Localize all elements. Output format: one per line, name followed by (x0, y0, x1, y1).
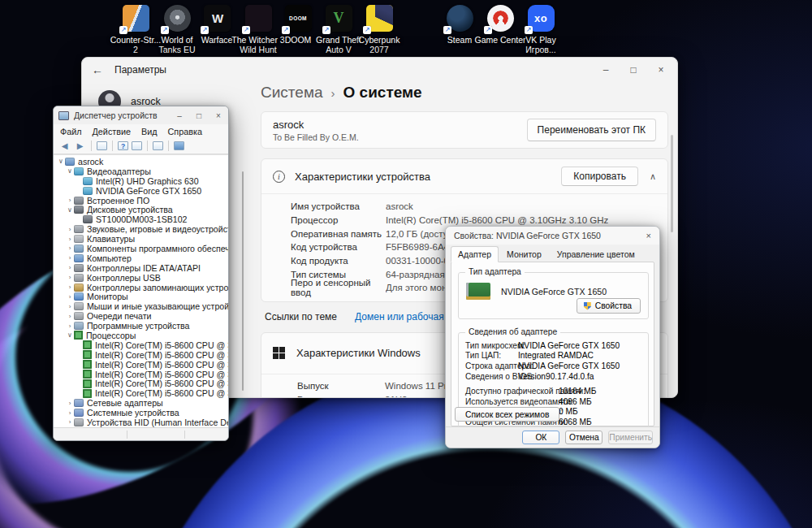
tree-item[interactable]: ›Встроенное ПО (54, 196, 228, 206)
toolbar-back-icon[interactable]: ◀ (58, 141, 71, 152)
info-label: Тип микросхем: (465, 341, 525, 350)
tree-collapsed-icon[interactable]: › (66, 313, 74, 320)
tree-item[interactable]: ∨Процессоры (54, 331, 228, 340)
display-device-icon (74, 167, 84, 175)
toolbar-list-icon[interactable] (97, 141, 107, 150)
tree-item[interactable]: ∨asrock (54, 157, 228, 167)
close-icon[interactable]: × (654, 64, 667, 76)
list-all-modes-button[interactable]: Список всех режимов (455, 407, 559, 422)
adapter-info-row: Используется видеопамяти:4096 МБ (459, 396, 648, 407)
tree-item-label: Контроллеры IDE ATA/ATAPI (87, 263, 201, 273)
audio-device-icon (74, 225, 84, 233)
tree-item[interactable]: ›Устройства HID (Human Interface Devices… (54, 418, 228, 427)
tree-collapsed-icon[interactable]: › (66, 409, 74, 417)
tree-item[interactable]: Intel(R) UHD Graphics 630 (54, 176, 228, 186)
tree-item-label: Мониторы (87, 292, 128, 301)
tree-item[interactable]: ›Клавиатуры (54, 234, 228, 244)
toolbar-forward-icon[interactable]: ▶ (74, 141, 86, 152)
tree-item[interactable]: ›Системные устройства (54, 408, 228, 418)
tree-item-label: Клавиатуры (87, 234, 135, 244)
nav-scrollbar[interactable] (242, 171, 244, 391)
tab-1[interactable]: Монитор (499, 246, 549, 262)
menu-2[interactable]: Вид (141, 127, 158, 136)
info-value: NVIDIA GeForce GTX 1650 (518, 341, 620, 350)
vkplay-glyph: xo (534, 12, 547, 24)
close-icon[interactable]: × (646, 231, 651, 240)
shortcut-arrow-icon: ↗ (322, 26, 330, 34)
tree-item[interactable]: Intel(R) Core(TM) i5-8600 CPU @ 3.10GHz (54, 350, 228, 360)
tree-collapsed-icon[interactable]: › (66, 197, 74, 204)
tree-expanded-icon[interactable]: ∨ (66, 331, 74, 339)
content-scrollbar[interactable] (671, 135, 673, 232)
minimize-icon[interactable]: – (175, 111, 184, 120)
apply-button[interactable]: Применить (608, 431, 653, 444)
tree-collapsed-icon[interactable]: › (66, 322, 74, 330)
desktop-icon-cyberpunk[interactable]: ↗Cyberpunk2077 (359, 5, 400, 55)
toolbar-help-icon[interactable] (118, 141, 128, 150)
close-icon[interactable]: × (214, 111, 223, 120)
tree-collapsed-icon[interactable]: › (66, 245, 74, 252)
desktop-icon-vkplay[interactable]: xo↗VK PlayИгров... (520, 5, 561, 55)
tree-item[interactable]: Intel(R) Core(TM) i5-8600 CPU @ 3.10GHz (54, 379, 228, 388)
menu-0[interactable]: Файл (60, 127, 82, 136)
desktop-icon-wot[interactable]: ↗World ofTanks EU (157, 5, 197, 55)
tree-item-label: Процессоры (86, 331, 136, 340)
tree-collapsed-icon[interactable]: › (66, 236, 74, 243)
tree-item[interactable]: ∨Дисковые устройства (54, 205, 228, 214)
tab-0[interactable]: Адаптер (451, 246, 499, 262)
tree-collapsed-icon[interactable]: › (66, 264, 74, 271)
adapter-tab-panel: Тип адаптера NVIDIA GeForce GTX 1650 Сво… (451, 262, 654, 426)
chevron-up-icon[interactable]: ∧ (650, 171, 656, 182)
ok-button[interactable]: ОК (522, 431, 559, 444)
tree-item[interactable]: ›Контроллеры IDE ATA/ATAPI (54, 263, 228, 273)
tree-item[interactable]: ›Очереди печати (54, 311, 228, 321)
menu-3[interactable]: Справка (168, 127, 202, 136)
cpu-device-icon (83, 350, 92, 359)
tree-item[interactable]: ∨Видеоадаптеры (54, 167, 228, 176)
toolbar-properties-icon[interactable] (132, 141, 142, 150)
tree-item[interactable]: ›Компьютер (54, 253, 228, 263)
tree-item[interactable]: Intel(R) Core(TM) i5-8600 CPU @ 3.10GHz (54, 388, 228, 398)
tree-collapsed-icon[interactable]: › (66, 303, 74, 310)
tree-item[interactable]: ›Сетевые адаптеры (54, 398, 228, 408)
tree-item[interactable]: ›Мыши и иные указывающие устройства (54, 301, 228, 311)
tab-2[interactable]: Управление цветом (550, 246, 642, 262)
tree-item[interactable]: ST1000DM003-1SB102 (54, 214, 228, 224)
menu-1[interactable]: Действие (93, 127, 131, 136)
desktop-icon-witcher3[interactable]: ↗The Witcher 3Wild Hunt (238, 5, 279, 55)
tree-item[interactable]: ›Звуковые, игровые и видеоустройства (54, 224, 228, 234)
maximize-icon[interactable]: □ (627, 64, 640, 76)
tree-item[interactable]: ›Компоненты программного обеспечения (54, 244, 228, 253)
maximize-icon[interactable]: □ (194, 111, 204, 120)
minimize-icon[interactable]: – (599, 64, 612, 76)
breadcrumb-system[interactable]: Система (261, 84, 323, 102)
tree-collapsed-icon[interactable]: › (66, 254, 74, 262)
toolbar-scan-icon[interactable] (153, 141, 163, 150)
software-device-icon (74, 245, 84, 253)
back-arrow-icon[interactable]: ← (92, 63, 114, 76)
tree-item[interactable]: NVIDIA GeForce GTX 1650 (54, 186, 228, 196)
tree-collapsed-icon[interactable]: › (66, 418, 74, 426)
tree-expanded-icon[interactable]: ∨ (66, 167, 74, 175)
tree-item[interactable]: ›Программные устройства (54, 321, 228, 331)
tree-collapsed-icon[interactable]: › (66, 274, 74, 281)
tree-collapsed-icon[interactable]: › (66, 226, 74, 233)
tree-collapsed-icon[interactable]: › (66, 283, 74, 291)
tree-item-label: Intel(R) Core(TM) i5-8600 CPU @ 3.10GHz (95, 388, 228, 398)
tree-collapsed-icon[interactable]: › (66, 400, 74, 407)
tree-expanded-icon[interactable]: ∨ (66, 206, 74, 214)
tree-item[interactable]: ›Контроллеры запоминающих устройств (54, 283, 228, 292)
adapter-properties-button[interactable]: Свойства (577, 298, 641, 314)
rename-pc-button[interactable]: Переименовать этот ПК (527, 119, 656, 141)
copy-button[interactable]: Копировать (561, 167, 638, 186)
tree-item[interactable]: ›Мониторы (54, 292, 228, 301)
cancel-button[interactable]: Отмена (565, 431, 603, 444)
tree-expanded-icon[interactable]: ∨ (57, 158, 65, 165)
tree-item[interactable]: Intel(R) Core(TM) i5-8600 CPU @ 3.10GHz (54, 370, 228, 379)
tree-collapsed-icon[interactable]: › (66, 293, 74, 301)
dialog-title: Свойства: NVIDIA GeForce GTX 1650 (454, 231, 601, 240)
tree-item[interactable]: Intel(R) Core(TM) i5-8600 CPU @ 3.10GHz (54, 360, 228, 370)
tree-item[interactable]: Intel(R) Core(TM) i5-8600 CPU @ 3.10GHz (54, 340, 228, 350)
tree-item[interactable]: ›Контроллеры USB (54, 273, 228, 283)
toolbar-monitor-icon[interactable] (174, 141, 184, 150)
